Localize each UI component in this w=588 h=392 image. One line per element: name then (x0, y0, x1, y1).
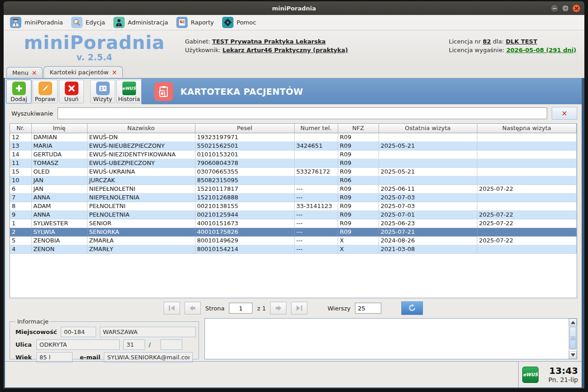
scroll-down-icon[interactable] (569, 351, 577, 359)
table-cell: R09 (338, 141, 379, 150)
city-field[interactable] (100, 327, 196, 337)
prev-page-button[interactable] (185, 302, 201, 315)
table-cell: 13 (10, 141, 31, 150)
notes-textarea[interactable] (205, 319, 569, 359)
table-cell: 33-3141123 (294, 202, 338, 210)
table-cell: R09 (338, 184, 379, 193)
first-page-button[interactable] (164, 302, 180, 315)
table-cell: 15210126888 (195, 193, 294, 202)
user-value-link[interactable]: Lekarz Artur46 Praktyczny (praktyka) (223, 47, 348, 53)
table-cell: ZENON (31, 245, 87, 253)
page-number-input[interactable] (229, 303, 253, 314)
clock-cell: eWUŚ 13:43 Pn. 21-lip (518, 362, 582, 387)
history-button[interactable]: eWUŚ Historia (117, 80, 141, 103)
column-header[interactable]: Następna wizyta (477, 124, 577, 133)
table-cell: NIEPEŁNOLETNI (87, 184, 195, 193)
table-cell: --- (294, 184, 338, 193)
tab-menu[interactable]: Menu ✕ (6, 67, 43, 78)
maximize-button[interactable] (561, 4, 570, 13)
table-cell: 2025-05-21 (379, 167, 477, 176)
clear-search-button[interactable]: ✕ (552, 107, 577, 120)
menu-item-raporty[interactable]: Raporty (175, 15, 219, 29)
visits-button[interactable]: Wizyty (90, 80, 115, 103)
table-cell: 2025-07-22 (477, 184, 577, 193)
delete-button[interactable]: Usuń (59, 80, 84, 103)
info-section: Informacje Miejscowość Ulica / Wiek e-m (5, 317, 582, 361)
add-plus-icon (12, 82, 26, 95)
tab-label: Kartoteki pacjentów (49, 69, 108, 76)
table-row[interactable]: 6JANNIEPEŁNOLETNI15210117817---R092025-0… (10, 184, 577, 193)
refresh-button[interactable] (401, 301, 423, 315)
table-row[interactable]: 13MARIAEWUŚ-NIEUBEZPIECZONY5502156250134… (10, 141, 577, 150)
column-header[interactable]: Imię (31, 124, 87, 133)
table-row[interactable]: 5ZENOBIAZMARŁA80010149629---X2024-08-262… (10, 236, 577, 245)
menu-item-administracja[interactable]: Administracja (112, 15, 173, 29)
search-input[interactable] (58, 107, 547, 119)
table-row[interactable]: 4ZENONZMARŁY80010154214---X2021-03-08 (10, 245, 577, 253)
table-cell: 5 (10, 236, 31, 245)
tab-close-icon[interactable]: ✕ (112, 69, 117, 76)
next-page-button[interactable] (270, 302, 287, 315)
table-row[interactable]: 2SYLWIASENIORKA40010175826---R092025-07-… (10, 227, 577, 236)
table-cell: 15210117817 (195, 184, 294, 193)
minimize-button[interactable] (550, 4, 559, 13)
edit-pencil-icon (39, 82, 52, 95)
table-cell: 03070665355 (195, 167, 294, 176)
table-row[interactable]: 8ADAMPEŁNOLETNI0021013815533-3141123R092… (10, 202, 577, 210)
ewus-status-icon[interactable]: eWUŚ (522, 367, 539, 383)
table-cell (294, 150, 338, 159)
column-header[interactable]: Nazwisko (87, 124, 195, 133)
table-cell (294, 159, 338, 167)
table-row[interactable]: 9ANNAPEŁNOLETNIA00210125944---R092025-07… (10, 210, 577, 219)
table-cell: DAMIAN (31, 133, 87, 141)
postal-code-field[interactable] (61, 327, 96, 337)
license-expiry-date[interactable]: 2026-05-08 (291 dni) (506, 47, 576, 53)
table-cell: SENIOR (87, 219, 195, 227)
tab-kartoteki-pacjentow[interactable]: Kartoteki pacjentów ✕ (44, 66, 123, 78)
street-field[interactable] (36, 339, 120, 350)
table-cell: X (338, 245, 379, 253)
menu-item-edycja[interactable]: Edycja (69, 15, 110, 29)
table-cell: R09 (338, 159, 379, 167)
table-cell (477, 133, 577, 141)
table-cell: 9 (10, 210, 31, 219)
tab-close-icon[interactable]: ✕ (32, 70, 37, 76)
table-row[interactable]: 15OLEDEWUŚ-UKRAINA03070665355533276172R0… (10, 167, 577, 176)
table-row[interactable]: 14GERTUDAEWUŚ-NIEZIDENTYFIKOWANA01010153… (10, 150, 577, 159)
notes-scrollbar[interactable] (569, 319, 577, 359)
app-window: miniPoradnia miniPoradnia Edycja Adminis… (0, 0, 588, 392)
page-label: Strona (205, 305, 225, 312)
column-header[interactable]: Pesel (195, 124, 294, 133)
close-button[interactable] (572, 4, 581, 13)
table-cell: 2025-07-03 (379, 193, 477, 202)
scrollbar-thumb[interactable] (569, 327, 576, 349)
rows-per-page-input[interactable] (355, 303, 381, 314)
table-row[interactable]: 10JANJURCZAK85082315095R06 (10, 176, 577, 184)
apartment-number-field[interactable] (160, 339, 182, 350)
last-page-button[interactable] (291, 302, 307, 315)
help-gear-icon (222, 17, 233, 28)
gabinet-line: Gabinet: TEST Prywatna Praktyka Lekarska (185, 38, 348, 46)
table-cell: 8 (10, 202, 31, 210)
menu-item-pomoc[interactable]: Pomoc (220, 15, 261, 29)
add-button[interactable]: Dodaj (6, 80, 31, 103)
column-header[interactable]: NFZ (338, 124, 379, 133)
column-header[interactable]: Nr. (10, 124, 31, 133)
table-row[interactable]: 1SYLWESTERSENIOR40010151673---R092025-06… (10, 219, 577, 227)
table-row[interactable]: 11TOMASZEWUŚ-UBEZPIECZONY79060804378R09 (10, 159, 577, 167)
menu-item-miniporadnia[interactable]: miniPoradnia (8, 15, 68, 29)
table-cell: 80010154214 (195, 245, 294, 253)
gabinet-value-link[interactable]: TEST Prywatna Praktyka Lekarska (212, 38, 326, 45)
table-cell: 15 (10, 167, 31, 176)
table-row[interactable]: 7ANNANIEPEŁNOLETNIA15210126888---R092025… (10, 193, 577, 202)
column-header[interactable]: Numer tel. (294, 124, 338, 133)
table-cell (294, 133, 338, 141)
edit-button[interactable]: Popraw (33, 80, 58, 103)
table-row[interactable]: 12DAMIANEWUŚ-DN19323197971R09 (10, 133, 577, 141)
scroll-up-icon[interactable] (569, 319, 577, 326)
house-number-field[interactable] (123, 339, 145, 350)
table-cell: ADAM (31, 202, 87, 210)
table-cell: ZMARŁA (87, 236, 195, 245)
table-cell: 2024-08-26 (379, 236, 477, 245)
column-header[interactable]: Ostatnia wizyta (379, 124, 477, 133)
